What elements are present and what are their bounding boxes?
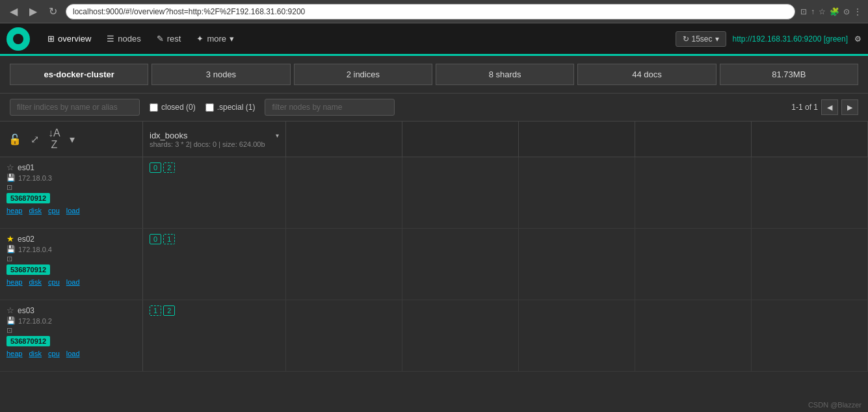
node-stat-cpu[interactable]: cpu <box>48 207 60 214</box>
empty-cell-2 <box>402 229 519 300</box>
closed-label: closed (0) <box>161 103 196 112</box>
grid-row: ☆ es03 💾 172.18.0.2 ⊡ 536870912 heapdisk… <box>0 300 868 372</box>
empty-col-5 <box>752 122 868 157</box>
shard-badge: 0 <box>150 162 161 173</box>
empty-cell-1 <box>286 229 402 300</box>
id-icon: ⊡ <box>7 255 12 263</box>
empty-cell-5 <box>752 300 868 371</box>
special-checkbox[interactable] <box>205 103 214 112</box>
node-ip: 💾 172.18.0.3 <box>7 174 136 182</box>
closed-filter[interactable]: closed (0) <box>150 103 196 112</box>
empty-col-2 <box>402 122 519 157</box>
empty-cell-1 <box>286 300 402 371</box>
node-col-header: 🔓 ⤢ ↓AZ ▾ <box>0 122 143 157</box>
closed-checkbox[interactable] <box>150 103 158 112</box>
node-stat-load[interactable]: load <box>66 278 80 286</box>
node-stat-disk[interactable]: disk <box>29 350 42 357</box>
id-icon: ⊡ <box>7 326 12 335</box>
lock-icon[interactable]: 🔓 <box>7 131 23 148</box>
node-name-row: ★ es02 <box>7 234 136 244</box>
node-stat-load[interactable]: load <box>66 350 80 357</box>
node-stats-row: heapdiskcpuload <box>7 278 136 286</box>
ip-text: 172.18.0.2 <box>18 317 52 325</box>
empty-cell-3 <box>519 300 635 371</box>
node-stat-heap[interactable]: heap <box>7 207 22 214</box>
screenshot-icon: ⊡ <box>800 7 807 16</box>
settings-icon[interactable]: ⚙ <box>854 34 861 44</box>
node-id-row: ⊡ <box>7 183 136 192</box>
shard-badge: 1 <box>150 305 161 316</box>
filter-nodes-input[interactable] <box>265 99 395 116</box>
index-name-text: idx_books <box>150 131 188 140</box>
node-stats-row: heapdiskcpuload <box>7 350 136 357</box>
empty-cell-1 <box>286 157 402 228</box>
menu-icon: ⋮ <box>854 7 861 16</box>
index-dropdown-arrow[interactable]: ▾ <box>276 132 279 139</box>
pagination-text: 1-1 of 1 <box>791 103 818 112</box>
node-stat-heap[interactable]: heap <box>7 278 22 286</box>
empty-cell-5 <box>752 157 868 228</box>
shard-badges: 12 <box>150 305 279 316</box>
node-name: es03 <box>18 306 34 315</box>
sort-alpha-icon[interactable]: ↓AZ <box>46 125 62 153</box>
node-stat-load[interactable]: load <box>66 207 80 214</box>
url-bar[interactable]: localhost:9000/#!/overview?host=http:%2F… <box>66 4 795 19</box>
node-stat-disk[interactable]: disk <box>29 278 42 286</box>
shard-badges: 01 <box>150 234 279 244</box>
nav-overview[interactable]: ⊞ overview <box>40 23 99 55</box>
node-stat-disk[interactable]: disk <box>29 207 42 214</box>
nav-nodes[interactable]: ☰ nodes <box>99 23 148 55</box>
pagination-controls: 1-1 of 1 ◀ ▶ <box>791 99 858 115</box>
app-logo <box>7 27 30 51</box>
node-stat-heap[interactable]: heap <box>7 350 22 357</box>
node-stats-row: heapdiskcpuload <box>7 207 136 214</box>
overview-icon: ⊞ <box>47 34 55 44</box>
empty-cell-3 <box>519 157 635 228</box>
node-name-row: ☆ es01 <box>7 162 136 172</box>
index-cell-es02: 01 <box>143 229 286 300</box>
shard-badges: 02 <box>150 162 279 173</box>
stats-bar: es-docker-cluster 3 nodes 2 indices 8 sh… <box>0 56 868 94</box>
back-button[interactable]: ◀ <box>7 4 21 19</box>
next-page-button[interactable]: ▶ <box>841 99 858 115</box>
empty-cell-5 <box>752 229 868 300</box>
nodes-stat: 3 nodes <box>151 64 290 85</box>
node-ip: 💾 172.18.0.2 <box>7 316 136 325</box>
node-id-badge: 536870912 <box>7 336 50 346</box>
index-shards-info: shards: 3 * 2| docs: 0 | size: 624.00b <box>150 140 279 148</box>
nav-more[interactable]: ✦ more ▾ <box>189 23 242 55</box>
disk-icon: 💾 <box>7 174 16 182</box>
reload-button[interactable]: ↻ <box>46 4 60 19</box>
empty-cell-4 <box>635 300 752 371</box>
prev-page-button[interactable]: ◀ <box>821 99 838 115</box>
forward-button[interactable]: ▶ <box>26 4 40 19</box>
node-name-row: ☆ es03 <box>7 305 136 315</box>
node-stat-cpu[interactable]: cpu <box>48 350 60 357</box>
docs-stat: 44 docs <box>577 64 716 85</box>
id-icon: ⊡ <box>7 183 12 192</box>
indices-stat: 2 indices <box>294 64 432 85</box>
expand-icon[interactable]: ⤢ <box>29 131 41 148</box>
nav-rest[interactable]: ✎ rest <box>149 23 189 55</box>
more-label: more <box>207 34 226 44</box>
filter-bar: closed (0) .special (1) 1-1 of 1 ◀ ▶ <box>0 94 868 122</box>
filter-indices-input[interactable] <box>10 99 140 116</box>
empty-cell-2 <box>402 300 519 371</box>
sort-dropdown-icon[interactable]: ▾ <box>68 131 77 148</box>
special-label: .special (1) <box>217 103 256 112</box>
node-stat-cpu[interactable]: cpu <box>48 278 60 286</box>
extension-icon: 🧩 <box>830 7 839 16</box>
shards-stat: 8 shards <box>436 64 574 85</box>
ip-text: 172.18.0.4 <box>18 246 52 253</box>
node-id-row: ⊡ <box>7 255 136 263</box>
ip-text: 172.18.0.3 <box>18 174 52 182</box>
node-name: es01 <box>18 163 34 172</box>
nodes-label: nodes <box>118 34 140 44</box>
refresh-button[interactable]: ↻ 15sec ▾ <box>676 31 726 47</box>
browser-bar: ◀ ▶ ↻ localhost:9000/#!/overview?host=ht… <box>0 0 868 23</box>
node-cell-es01: ☆ es01 💾 172.18.0.3 ⊡ 536870912 heapdisk… <box>0 157 143 228</box>
shard-badge: 2 <box>163 305 175 316</box>
special-filter[interactable]: .special (1) <box>205 103 256 112</box>
index-col-header: idx_books ▾ shards: 3 * 2| docs: 0 | siz… <box>143 122 286 157</box>
app-header: ⊞ overview ☰ nodes ✎ rest ✦ more ▾ ↻ 15s… <box>0 23 868 56</box>
